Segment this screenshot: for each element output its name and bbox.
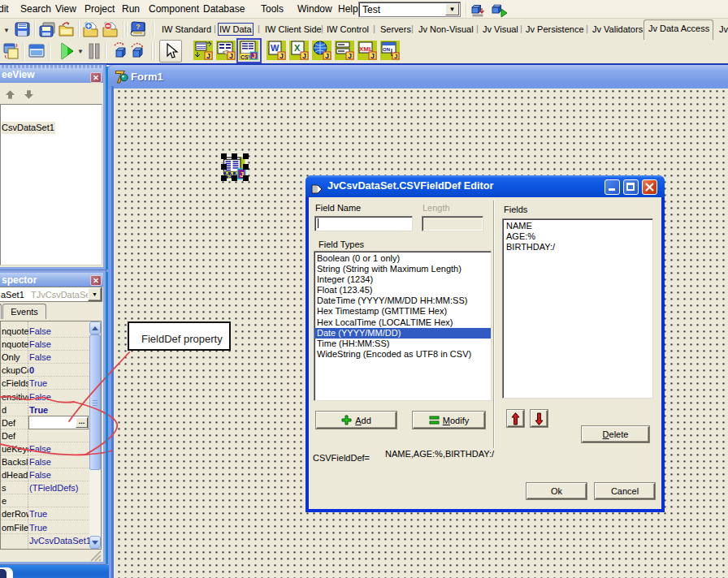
svg-text:J: J <box>229 52 233 60</box>
svg-text:J: J <box>325 52 329 60</box>
svg-text:J: J <box>206 52 210 60</box>
svg-text:J: J <box>280 52 284 60</box>
svg-text:J: J <box>348 52 352 60</box>
svg-text:?: ? <box>136 23 141 31</box>
svg-text:J: J <box>394 53 397 60</box>
svg-text:X: X <box>294 43 301 53</box>
svg-text:J: J <box>302 52 306 60</box>
svg-text:ON: ON <box>383 47 390 52</box>
svg-text:W: W <box>271 43 280 53</box>
svg-text:J: J <box>370 52 375 60</box>
